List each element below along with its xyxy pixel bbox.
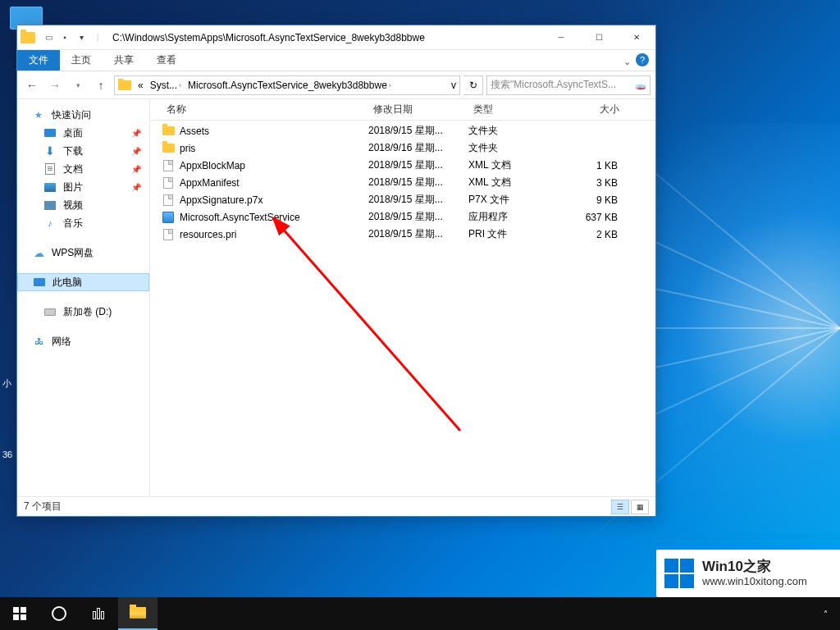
cortana-button[interactable] xyxy=(39,597,79,630)
file-row[interactable]: pris2018/9/16 星期...文件夹 xyxy=(150,139,655,157)
file-row[interactable]: AppxBlockMap2018/9/15 星期...XML 文档1 KB xyxy=(150,157,655,174)
sidebar-item-downloads[interactable]: ⬇下载📌 xyxy=(17,142,149,160)
maximize-button[interactable]: ☐ xyxy=(580,25,618,50)
windows-logo-icon xyxy=(664,559,694,588)
breadcrumb-seg[interactable]: Microsoft.AsyncTextService_8wekyb3d8bbwe… xyxy=(185,76,395,94)
view-details-button[interactable]: ☰ xyxy=(611,500,629,514)
videos-icon xyxy=(44,201,56,210)
sidebar-drive-d[interactable]: 新加卷 (D:) xyxy=(17,303,149,321)
cell-name: resources.pri xyxy=(180,229,368,240)
music-icon: ♪ xyxy=(43,217,57,230)
cell-name: Assets xyxy=(180,126,368,137)
file-row[interactable]: Microsoft.AsyncTextService2018/9/15 星期..… xyxy=(150,208,655,226)
file-row[interactable]: AppxSignature.p7x2018/9/15 星期...P7X 文件9 … xyxy=(150,191,655,208)
taskview-button[interactable] xyxy=(79,597,118,630)
search-input[interactable]: 搜索"Microsoft.AsyncTextS... 🧫 xyxy=(486,75,651,95)
nav-up-icon[interactable]: ↑ xyxy=(91,75,111,95)
ribbon-tab-home[interactable]: 主页 xyxy=(60,50,103,71)
folder-icon xyxy=(162,144,175,153)
qat-separator: | xyxy=(91,31,104,44)
breadcrumb-seg[interactable]: Syst...› xyxy=(147,76,185,94)
sidebar-wps[interactable]: ☁WPS网盘 xyxy=(17,244,149,262)
sidebar-item-documents[interactable]: 文档📌 xyxy=(17,160,149,178)
cell-date: 2018/9/16 星期... xyxy=(368,141,468,155)
cloud-icon: ☁ xyxy=(32,246,45,259)
pc-icon xyxy=(34,278,45,286)
minimize-button[interactable]: ─ xyxy=(542,25,580,50)
annotation-arrow xyxy=(272,217,485,439)
sidebar-item-music[interactable]: ♪音乐 xyxy=(17,214,149,232)
desktop-text: 小 xyxy=(2,377,11,390)
cell-size: 1 KB xyxy=(557,160,624,171)
file-rows: Assets2018/9/15 星期...文件夹pris2018/9/16 星期… xyxy=(150,121,655,496)
close-button[interactable]: ✕ xyxy=(618,25,655,50)
watermark-brand: Win10之家 xyxy=(702,559,807,575)
help-icon[interactable]: ? xyxy=(636,53,649,66)
qat-dropdown-icon[interactable]: ▾ xyxy=(75,31,88,44)
file-icon xyxy=(163,194,173,206)
qat-properties-icon[interactable]: ▭ xyxy=(42,31,55,44)
ribbon-tab-share[interactable]: 共享 xyxy=(103,50,145,71)
cell-type: P7X 文件 xyxy=(468,193,557,207)
sidebar-thispc[interactable]: 此电脑 xyxy=(17,273,149,291)
status-bar: 7 个项目 ☰ ▦ xyxy=(17,496,655,516)
start-button[interactable] xyxy=(0,597,39,630)
sidebar-item-desktop[interactable]: 桌面📌 xyxy=(17,124,149,142)
file-row[interactable]: AppxManifest2018/9/15 星期...XML 文档3 KB xyxy=(150,174,655,191)
file-row[interactable]: resources.pri2018/9/15 星期...PRI 文件2 KB xyxy=(150,226,655,243)
titlebar-icon-group: ▭ ▪ ▾ | xyxy=(17,31,104,44)
file-row[interactable]: Assets2018/9/15 星期...文件夹 xyxy=(150,122,655,139)
cell-date: 2018/9/15 星期... xyxy=(368,158,468,172)
col-header-name[interactable]: 名称 xyxy=(162,103,368,116)
explorer-window: ▭ ▪ ▾ | C:\Windows\SystemApps\Microsoft.… xyxy=(16,25,656,517)
taskbar-explorer[interactable] xyxy=(118,597,158,630)
file-icon xyxy=(163,229,173,240)
titlebar[interactable]: ▭ ▪ ▾ | C:\Windows\SystemApps\Microsoft.… xyxy=(17,25,655,50)
watermark-url: www.win10xitong.com xyxy=(702,575,807,588)
cell-name: Microsoft.AsyncTextService xyxy=(180,212,368,223)
refresh-button[interactable]: ↻ xyxy=(463,75,483,95)
cell-date: 2018/9/15 星期... xyxy=(368,193,468,207)
cell-type: 应用程序 xyxy=(468,210,557,224)
sidebar-quick-access[interactable]: ★快速访问 xyxy=(17,106,149,124)
nav-recent-icon[interactable]: ▾ xyxy=(68,75,88,95)
file-icon xyxy=(163,177,173,189)
desktop-icon xyxy=(44,129,56,137)
search-placeholder: 搜索"Microsoft.AsyncTextS... xyxy=(491,78,616,92)
sidebar-network[interactable]: 🖧网络 xyxy=(17,332,149,350)
pin-icon: 📌 xyxy=(131,165,141,174)
breadcrumb-prefix: « xyxy=(138,80,144,91)
window-title: C:\Windows\SystemApps\Microsoft.AsyncTex… xyxy=(104,32,542,43)
desktop-text: 36 xyxy=(2,450,12,459)
col-header-type[interactable]: 类型 xyxy=(468,103,557,116)
search-icon[interactable]: 🧫 xyxy=(635,80,646,90)
ribbon-tab-view[interactable]: 查看 xyxy=(145,50,188,71)
navbar: ← → ▾ ↑ « Syst...› Microsoft.AsyncTextSe… xyxy=(17,71,655,99)
ribbon-tab-file[interactable]: 文件 xyxy=(17,50,60,71)
cell-size: 637 KB xyxy=(557,212,624,223)
nav-forward-icon[interactable]: → xyxy=(45,75,65,95)
col-header-date[interactable]: 修改日期 xyxy=(368,103,468,116)
view-largeicons-button[interactable]: ▦ xyxy=(631,500,649,514)
sidebar-item-pictures[interactable]: 图片📌 xyxy=(17,178,149,196)
pin-icon: 📌 xyxy=(131,183,141,192)
application-icon xyxy=(162,212,174,223)
cell-size: 2 KB xyxy=(557,229,624,240)
sidebar-item-videos[interactable]: 视频 xyxy=(17,196,149,214)
qat-newfolder-icon[interactable]: ▪ xyxy=(58,31,71,44)
col-header-size[interactable]: 大小 xyxy=(557,103,624,116)
folder-icon xyxy=(162,126,175,135)
pictures-icon xyxy=(44,183,56,192)
svg-line-0 xyxy=(281,227,460,431)
nav-back-icon[interactable]: ← xyxy=(22,75,42,95)
cell-type: PRI 文件 xyxy=(468,227,557,241)
pin-icon: 📌 xyxy=(131,129,141,138)
system-tray: ˄ xyxy=(815,597,840,630)
address-bar[interactable]: « Syst...› Microsoft.AsyncTextService_8w… xyxy=(114,75,460,95)
cell-type: 文件夹 xyxy=(468,141,557,155)
address-dropdown-icon[interactable]: v xyxy=(448,76,459,94)
document-icon xyxy=(45,163,55,175)
taskbar: ˄ xyxy=(0,597,840,630)
cell-size: 3 KB xyxy=(557,177,624,189)
tray-overflow-icon[interactable]: ˄ xyxy=(815,597,835,630)
